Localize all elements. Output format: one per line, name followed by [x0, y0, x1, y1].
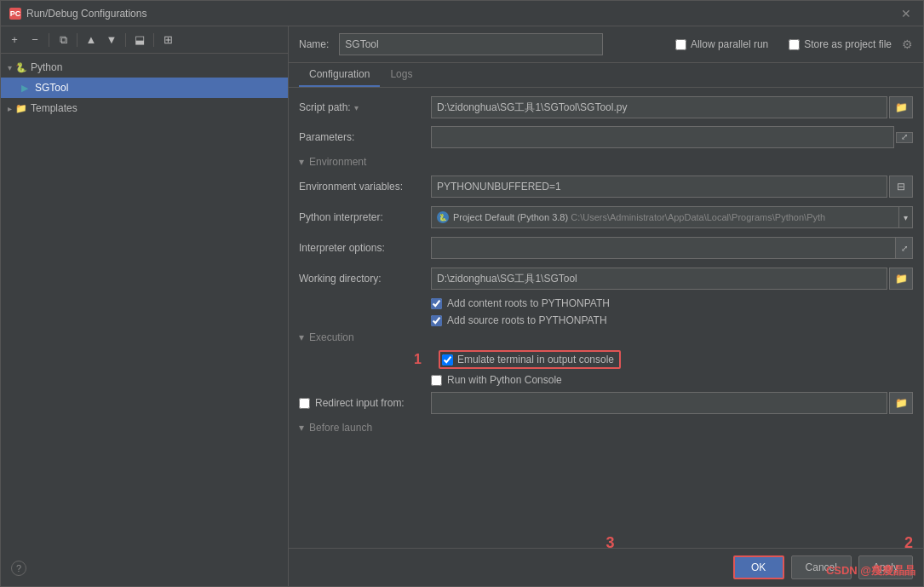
python-interpreter-field: 🐍 Project Default (Python 3.8) C:\Users\…	[431, 206, 899, 228]
add-source-roots-checkbox[interactable]	[431, 315, 442, 326]
add-config-button[interactable]: +	[6, 32, 23, 49]
expand-arrow-templates: ▸	[8, 104, 12, 113]
python-badge-icon: 🐍	[437, 211, 449, 223]
move-down-button[interactable]: ▼	[103, 32, 120, 49]
emulate-terminal-label: Emulate terminal in output console	[457, 354, 614, 365]
templates-icon: 📁	[15, 103, 27, 114]
run-icon: ▶	[21, 83, 28, 94]
run-debug-dialog: PC Run/Debug Configurations ✕ + − ⧉ ▲ ▼ …	[0, 0, 924, 587]
add-source-roots-row[interactable]: Add source roots to PYTHONPATH	[299, 314, 913, 326]
help-button[interactable]: ?	[11, 561, 26, 576]
move-up-button[interactable]: ▲	[83, 32, 100, 49]
redirect-label-part: Redirect input from:	[299, 397, 431, 409]
interpreter-options-label: Interpreter options:	[299, 242, 431, 254]
gear-icon[interactable]: ⚙	[902, 37, 913, 51]
redirect-input-row: Redirect input from: 📁	[299, 391, 913, 415]
cancel-button[interactable]: Cancel	[791, 555, 852, 579]
execution-section-header[interactable]: ▾ Execution	[299, 331, 913, 343]
execution-section-label: Execution	[309, 331, 354, 343]
run-python-console-checkbox[interactable]	[431, 375, 442, 386]
before-launch-section-header[interactable]: ▾ Before launch	[299, 422, 913, 434]
env-variables-input[interactable]	[431, 176, 887, 198]
sidebar-toolbar: + − ⧉ ▲ ▼ ⬓ ⊞	[1, 26, 288, 54]
env-variables-label: Environment variables:	[299, 181, 431, 193]
python-interpreter-label: Python interpreter:	[299, 211, 431, 223]
env-section-arrow: ▾	[299, 156, 304, 168]
app-icon: PC	[9, 8, 21, 20]
working-directory-browse-button[interactable]: 📁	[889, 268, 913, 290]
sidebar: + − ⧉ ▲ ▼ ⬓ ⊞ ▾ 🐍 Python	[1, 26, 289, 586]
add-source-roots-label: Add source roots to PYTHONPATH	[447, 314, 607, 326]
config-tree: ▾ 🐍 Python ▶ SGTool ▸ 📁 Templates	[1, 54, 288, 586]
title-bar-left: PC Run/Debug Configurations	[9, 8, 146, 20]
run-python-console-label: Run with Python Console	[447, 374, 562, 386]
tree-sgtool-label: SGTool	[35, 82, 68, 94]
env-variables-edit-button[interactable]: ⊟	[889, 176, 913, 198]
param-expand-button[interactable]: ⤢	[896, 132, 913, 143]
python-folder-icon: 🐍	[15, 62, 27, 73]
interpreter-text: Project Default (Python 3.8) C:\Users\Ad…	[453, 212, 825, 222]
close-button[interactable]: ✕	[898, 7, 915, 20]
emulate-terminal-checkbox[interactable]	[442, 354, 453, 365]
name-input[interactable]	[339, 33, 603, 55]
interpreter-dropdown-button[interactable]: ▾	[899, 206, 913, 228]
title-bar: PC Run/Debug Configurations ✕	[1, 1, 923, 26]
apply-button[interactable]: Apply	[858, 555, 913, 579]
main-content: + − ⧉ ▲ ▼ ⬓ ⊞ ▾ 🐍 Python	[1, 26, 923, 586]
python-interpreter-row: Python interpreter: 🐍 Project Default (P…	[299, 205, 913, 229]
tree-item-sgtool[interactable]: ▶ SGTool	[1, 78, 288, 98]
script-path-browse-button[interactable]: 📁	[889, 96, 913, 118]
working-directory-input[interactable]	[431, 268, 887, 290]
tab-configuration[interactable]: Configuration	[299, 63, 380, 87]
allow-parallel-run-checkbox[interactable]	[675, 39, 686, 50]
interpreter-options-expand-button[interactable]: ⤢	[896, 237, 913, 259]
ok-button[interactable]: OK	[733, 555, 784, 579]
filter-button[interactable]: ⊞	[159, 32, 176, 49]
store-as-project-file-label: Store as project file	[804, 38, 892, 50]
tab-logs[interactable]: Logs	[380, 63, 422, 87]
environment-section-label: Environment	[309, 156, 366, 168]
redirect-input-label: Redirect input from:	[315, 397, 405, 409]
script-path-input[interactable]	[431, 96, 887, 118]
redirect-input-checkbox[interactable]	[299, 398, 310, 409]
remove-config-button[interactable]: −	[26, 32, 43, 49]
right-panel: Name: Allow parallel run Store as projec…	[289, 26, 923, 586]
redirect-browse-button[interactable]: 📁	[889, 392, 913, 414]
add-content-roots-checkbox[interactable]	[431, 298, 442, 309]
store-as-project-file-checkbox-label[interactable]: Store as project file	[789, 38, 892, 50]
parameters-label: Parameters:	[299, 131, 431, 143]
add-content-roots-label: Add content roots to PYTHONPATH	[447, 297, 610, 309]
working-directory-label: Working directory:	[299, 273, 431, 285]
run-python-console-row[interactable]: Run with Python Console	[299, 374, 913, 386]
allow-parallel-run-checkbox-label[interactable]: Allow parallel run	[675, 38, 768, 50]
add-content-roots-row[interactable]: Add content roots to PYTHONPATH	[299, 297, 913, 309]
expand-arrow-python: ▾	[8, 63, 12, 72]
parameters-input[interactable]	[431, 126, 894, 148]
redirect-input-field[interactable]	[431, 392, 887, 414]
env-variables-row: Environment variables: ⊟	[299, 175, 913, 199]
sort-button[interactable]: ⬓	[131, 32, 148, 49]
top-bar: Name: Allow parallel run Store as projec…	[289, 26, 923, 63]
environment-section-header[interactable]: ▾ Environment	[299, 156, 913, 168]
copy-config-button[interactable]: ⧉	[55, 32, 72, 49]
tree-item-templates[interactable]: ▸ 📁 Templates	[1, 98, 288, 118]
allow-parallel-run-label: Allow parallel run	[691, 38, 768, 50]
tree-item-python[interactable]: ▾ 🐍 Python	[1, 57, 288, 78]
tree-templates-label: Templates	[31, 102, 77, 114]
emulate-terminal-row: 1 Emulate terminal in output console	[299, 350, 913, 369]
tree-python-label: Python	[31, 61, 62, 73]
ok-button-wrapper: OK	[733, 555, 784, 579]
bottom-bar: 3 2 OK Cancel Apply	[289, 548, 923, 586]
plus-minus-buttons: ⤢	[896, 132, 913, 143]
toolbar-separator4	[153, 33, 154, 47]
toolbar-separator3	[125, 33, 126, 47]
script-path-dropdown-arrow[interactable]: ▾	[354, 103, 359, 112]
store-as-project-file-checkbox[interactable]	[789, 39, 800, 50]
config-content: Script path: ▾ 📁 Parameters: ⤢ ▾	[289, 88, 923, 548]
parameters-row: Parameters: ⤢	[299, 125, 913, 149]
interpreter-options-input[interactable]	[431, 237, 896, 259]
toolbar-separator2	[77, 33, 77, 47]
annotation-1: 1	[414, 352, 422, 367]
before-launch-label: Before launch	[309, 422, 372, 434]
working-directory-row: Working directory: 📁	[299, 267, 913, 291]
